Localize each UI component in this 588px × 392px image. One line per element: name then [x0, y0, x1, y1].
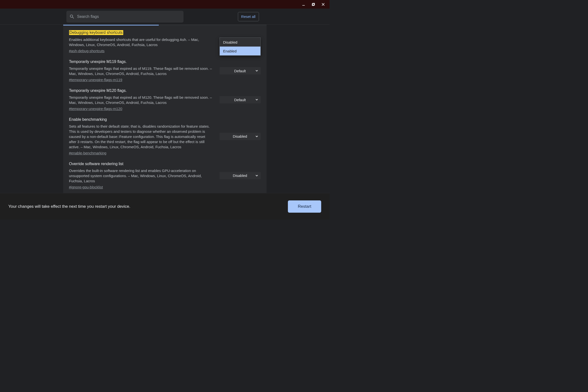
flag-title: Temporarily unexpire M120 flags.	[69, 88, 214, 93]
flag-anchor[interactable]: #temporary-unexpire-flags-m120	[69, 106, 122, 111]
flag-description: Sets all features to their default state…	[69, 124, 214, 150]
chevron-down-icon	[255, 174, 258, 178]
flag-anchor[interactable]: #ash-debug-shortcuts	[69, 49, 104, 53]
minimize-icon	[302, 3, 305, 6]
reset-all-button[interactable]: Reset all	[238, 12, 259, 21]
restart-bar: Your changes will take effect the next t…	[0, 193, 330, 220]
flag-row: Temporarily unexpire M120 flags.Temporar…	[69, 83, 261, 112]
restart-button[interactable]: Restart	[288, 200, 321, 213]
flag-anchor[interactable]: #ignore-gpu-blocklist	[69, 185, 103, 189]
flag-select[interactable]: Disabled	[220, 172, 261, 179]
page: Debugging keyboard shortcutsEnables addi…	[0, 25, 330, 220]
flag-select-value: Default	[234, 98, 246, 102]
flag-select-value: Disabled	[233, 134, 247, 138]
flag-select-value: Disabled	[233, 174, 247, 178]
flag-select-value: Default	[234, 69, 246, 73]
content-column: Debugging keyboard shortcutsEnables addi…	[63, 25, 266, 220]
option-disabled[interactable]: Disabled	[220, 38, 260, 46]
flag-title: Debugging keyboard shortcuts	[69, 30, 123, 35]
tab-indicator	[63, 25, 159, 26]
flag-row: Enable benchmarkingSets all features to …	[69, 112, 261, 156]
flag-description: Temporarily unexpire flags that expired …	[69, 66, 214, 76]
chevron-down-icon	[255, 134, 258, 138]
search-input[interactable]	[77, 14, 180, 19]
flag-select-dropdown[interactable]: DisabledEnabled	[220, 38, 261, 56]
option-enabled[interactable]: Enabled	[220, 46, 260, 55]
flag-select[interactable]: Disabled	[220, 133, 261, 140]
flag-anchor[interactable]: #enable-benchmarking	[69, 151, 106, 155]
restart-message: Your changes will take effect the next t…	[8, 204, 130, 209]
flag-title: Temporarily unexpire M119 flags.	[69, 60, 214, 64]
flag-row: Temporarily unexpire M119 flags.Temporar…	[69, 54, 261, 83]
flag-row: Debugging keyboard shortcutsEnables addi…	[69, 25, 261, 54]
flag-anchor[interactable]: #temporary-unexpire-flags-m119	[69, 78, 122, 82]
chevron-down-icon	[255, 98, 258, 102]
flag-title: Override software rendering list	[69, 162, 214, 166]
chevron-down-icon	[255, 69, 258, 73]
maximize-button[interactable]	[308, 1, 318, 8]
minimize-button[interactable]	[299, 1, 308, 8]
flag-select[interactable]: Default	[220, 96, 261, 104]
search-box[interactable]	[66, 11, 184, 22]
search-icon	[69, 14, 75, 19]
flag-description: Enables additional keyboard shortcuts th…	[69, 37, 214, 47]
flag-title: Enable benchmarking	[69, 117, 214, 122]
close-icon	[322, 3, 325, 6]
flag-description: Overrides the built-in software renderin…	[69, 168, 214, 184]
flag-description: Temporarily unexpire flags that expired …	[69, 95, 214, 105]
close-button[interactable]	[318, 1, 328, 8]
titlebar	[0, 0, 330, 8]
maximize-icon	[312, 3, 315, 6]
flag-select[interactable]: Default	[220, 67, 261, 74]
flag-row: Override software rendering listOverride…	[69, 156, 261, 190]
header: Reset all	[0, 8, 330, 25]
